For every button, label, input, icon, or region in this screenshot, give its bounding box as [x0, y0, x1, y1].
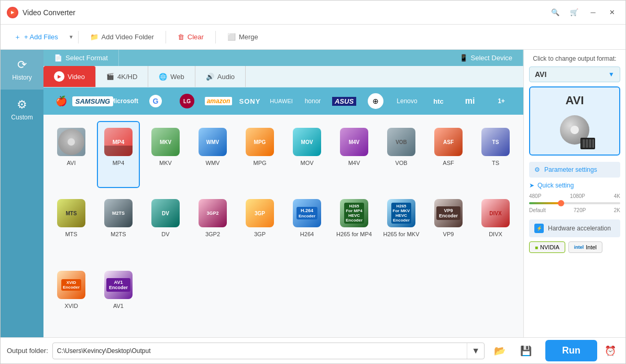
run-button[interactable]: Run: [545, 340, 597, 361]
format-h265mkv[interactable]: H265For MKVHEVCEncoder H265 for MKV: [380, 192, 423, 259]
format-vob[interactable]: VOB VOB: [380, 121, 423, 188]
format-3gp[interactable]: 3GP 3GP: [238, 192, 281, 259]
output-bar: Output folder: ▼ 📂 💾 Run ⏰: [1, 337, 625, 363]
cart-button[interactable]: 🛒: [567, 5, 581, 20]
quick-setting-label: ➤ Quick setting: [529, 182, 620, 189]
history-icon: ⟳: [17, 58, 27, 72]
brand-blu[interactable]: BLU: [517, 87, 523, 115]
right-panel: Click to change output format: AVI ▼ AVI…: [523, 50, 625, 337]
format-dv[interactable]: DV DV: [144, 192, 187, 259]
add-files-dropdown-arrow[interactable]: ▼: [69, 34, 74, 40]
format-ts[interactable]: TS TS: [474, 121, 517, 188]
nvidia-logo: ■: [535, 245, 538, 250]
format-h265mp4[interactable]: H265For MP4HEVCEncoder H265 for MP4: [333, 192, 376, 259]
hw-accel-icon: ⚡: [534, 224, 544, 233]
lenovo-label: Lenovo: [397, 97, 417, 105]
asf-label: ASF: [443, 160, 454, 166]
sony-label: SONY: [239, 97, 261, 105]
format-m2ts[interactable]: M2TS M2TS: [97, 192, 140, 259]
label-default: Default: [529, 207, 546, 213]
close-button[interactable]: ✕: [605, 5, 619, 20]
sidebar-item-custom[interactable]: ⚙ Custom: [1, 90, 43, 129]
format-mts[interactable]: MTS MTS: [50, 192, 93, 259]
brand-amazon[interactable]: amazon: [203, 87, 234, 115]
format-xvid[interactable]: XVIDEncoder XVID: [50, 264, 93, 331]
sidebar-history-label: History: [12, 74, 31, 81]
vob-label: VOB: [395, 160, 407, 166]
brand-htc[interactable]: htc: [423, 87, 454, 115]
brand-honor[interactable]: honor: [297, 87, 328, 115]
add-files-button[interactable]: ＋ + Add Files: [7, 29, 65, 45]
sidebar-custom-label: Custom: [11, 114, 32, 121]
format-divx[interactable]: DIVX DIVX: [474, 192, 517, 259]
brand-motorola[interactable]: ⊕: [360, 87, 391, 115]
quality-slider-area: 480P 1080P 4K Default 720P 2K: [529, 193, 620, 213]
4k-icon: 🎬: [106, 73, 114, 80]
hardware-acceleration-button[interactable]: ⚡ Hardware acceleration: [529, 219, 620, 237]
brand-microsoft[interactable]: Microsoft: [108, 87, 140, 115]
htc-label: htc: [433, 97, 444, 105]
path-dropdown-arrow[interactable]: ▼: [467, 343, 484, 359]
tab-audio[interactable]: 🔊 Audio: [195, 66, 246, 87]
parameter-settings-button[interactable]: ⚙ Parameter settings: [529, 162, 620, 178]
format-wmv[interactable]: WMV WMV: [191, 121, 234, 188]
3gp-label: 3GP: [254, 231, 266, 237]
alarm-button[interactable]: ⏰: [601, 342, 619, 360]
minimize-button[interactable]: ─: [586, 5, 600, 20]
format-mkv[interactable]: MKV MKV: [144, 121, 187, 188]
label-2k: 2K: [614, 207, 620, 213]
quality-marks: 480P 1080P 4K: [529, 193, 620, 199]
app-icon: [7, 7, 18, 18]
apple-icon: 🍎: [56, 95, 67, 107]
tab-select-device[interactable]: 📱 Select Device: [449, 50, 523, 66]
format-mpg[interactable]: MPG MPG: [238, 121, 281, 188]
format-vp9[interactable]: VP9Encoder VP9: [427, 192, 470, 259]
save-output-button[interactable]: 💾: [515, 342, 537, 360]
format-h264[interactable]: H.264Encoder H264: [285, 192, 328, 259]
param-settings-icon: ⚙: [534, 166, 540, 173]
brand-sony[interactable]: SONY: [234, 87, 266, 115]
open-folder-button[interactable]: 📂: [489, 342, 511, 360]
tab-web[interactable]: 🌐 Web: [148, 66, 195, 87]
app-title: Video Converter: [23, 8, 75, 17]
brand-lg[interactable]: LG: [171, 87, 203, 115]
brand-huawei[interactable]: HUAWEI: [266, 87, 297, 115]
honor-label: honor: [305, 97, 321, 105]
slider-thumb[interactable]: [558, 200, 564, 206]
tab-select-format[interactable]: 📄 Select Format: [43, 50, 119, 66]
format-m4v[interactable]: M4V M4V: [333, 121, 376, 188]
format-av1[interactable]: AV1Encoder AV1: [97, 264, 140, 331]
tab-4khd[interactable]: 🎬 4K/HD: [96, 66, 148, 87]
motorola-icon: ⊕: [368, 93, 383, 109]
search-button[interactable]: 🔍: [548, 5, 563, 20]
format-avi[interactable]: AVI: [50, 121, 93, 188]
output-path-input[interactable]: [53, 344, 467, 358]
merge-button[interactable]: ⬜ Merge: [220, 30, 266, 44]
brand-mi[interactable]: mi: [454, 87, 486, 115]
divx-label: DIVX: [489, 231, 502, 237]
brand-samsung[interactable]: SAMSUNG: [77, 87, 108, 115]
intel-button[interactable]: intel Intel: [568, 241, 602, 253]
nvidia-button[interactable]: ■ NVIDIA: [529, 241, 565, 253]
brand-lenovo[interactable]: Lenovo: [391, 87, 423, 115]
hw-accel-label: Hardware acceleration: [548, 225, 611, 232]
web-tab-label: Web: [170, 73, 184, 81]
sidebar-item-history[interactable]: ⟳ History: [1, 50, 43, 90]
brand-google[interactable]: G: [140, 87, 171, 115]
format-3gp2[interactable]: 3GP2 3GP2: [191, 192, 234, 259]
brand-oneplus[interactable]: 1+: [486, 87, 517, 115]
output-format-selector[interactable]: AVI ▼: [529, 67, 620, 82]
format-asf[interactable]: ASF ASF: [427, 121, 470, 188]
h265mp4-label: H265 for MP4: [336, 231, 372, 237]
amazon-label: amazon: [205, 97, 233, 105]
add-folder-button[interactable]: 📁 Add Video Folder: [83, 30, 161, 44]
format-mov[interactable]: MOV MOV: [285, 121, 328, 188]
quality-slider-track[interactable]: [529, 202, 620, 204]
format-mp4[interactable]: MP4 MP4: [97, 121, 140, 188]
h264-label: H264: [300, 231, 314, 237]
brand-asus[interactable]: ASUS: [328, 87, 360, 115]
formats-grid: AVI MP4 MP4 MKV: [43, 115, 523, 337]
tab-video[interactable]: ▶ Video: [43, 66, 96, 87]
main-content: ⟳ History ⚙ Custom 📄 Select Format 📱 Sel…: [1, 50, 625, 337]
clear-button[interactable]: 🗑 Clear: [170, 30, 211, 44]
